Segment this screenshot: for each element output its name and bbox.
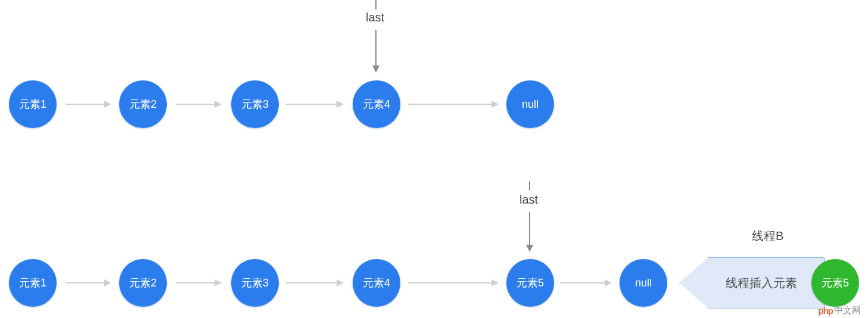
thread-action-text: 线程插入元素 [726, 275, 797, 291]
node-row1-el4: 元素4 [353, 80, 400, 128]
watermark-text: 中文网 [834, 305, 861, 316]
arrow-row2-5 [560, 282, 611, 283]
arrow-row2-3 [286, 282, 343, 283]
arrow-row2-1 [66, 282, 110, 283]
arrow-row2-2 [176, 282, 220, 283]
node-row2-el5: 元素5 [506, 259, 554, 307]
node-row2-el1: 元素1 [9, 259, 57, 307]
node-row2-el4: 元素4 [353, 259, 400, 307]
last-label-1: last [366, 11, 384, 24]
node-row2-el2: 元素2 [119, 259, 167, 307]
node-row1-el3: 元素3 [231, 80, 279, 128]
arrow-row1-3 [286, 104, 343, 105]
node-row1-el2: 元素2 [119, 80, 167, 128]
watermark-prefix: php [819, 305, 833, 316]
arrow-row1-1 [66, 104, 110, 105]
node-thread-b-el5: 元素5 [811, 259, 859, 307]
linked-list-diagram: last 元素1 元素2 元素3 元素4 null last 元素1 元素2 元… [0, 0, 868, 318]
node-row1-el1: 元素1 [9, 80, 57, 128]
node-row2-el3: 元素3 [231, 259, 279, 307]
last-pointer-arrow-1 [375, 30, 377, 71]
arrow-row2-4 [408, 282, 497, 283]
last-label-2: last [519, 193, 538, 207]
node-row2-null: null [620, 259, 667, 307]
node-row1-null: null [506, 80, 554, 128]
last-pointer-stem-1 [375, 0, 377, 10]
last-pointer-arrow-2 [529, 212, 530, 251]
arrow-row1-2 [176, 104, 220, 105]
thread-b-label: 线程B [752, 228, 783, 244]
thread-action-pentagon: 线程插入元素 [679, 257, 825, 308]
last-pointer-stem-2 [529, 181, 530, 191]
arrow-row1-4 [408, 104, 497, 105]
watermark: php 中文网 [819, 305, 861, 316]
